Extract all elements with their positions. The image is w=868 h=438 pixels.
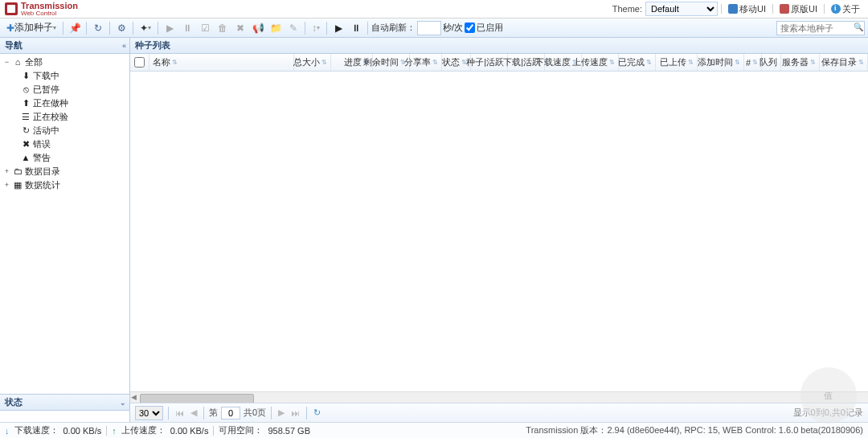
tree-item[interactable]: −⌂全部 [0, 55, 129, 69]
select-all-checkbox[interactable] [130, 54, 149, 71]
app-title: Transmission [21, 2, 78, 10]
grid-footer: 30 ⏮ ◀ 第 共0页 ▶ ⏭ ↻ 显示0到0,共0记录 [130, 403, 868, 422]
page-size-select[interactable]: 30 [135, 406, 163, 420]
column-header[interactable]: 已完成⇅ [619, 54, 656, 71]
tree-item[interactable]: +🗀数据目录 [0, 165, 129, 178]
grid-header-row: 名称⇅总大小⇅进度⇅剩余时间⇅分享率⇅状态⇅种子|活跃下载|活跃下载速度⇅上传速… [130, 54, 868, 72]
tree-item[interactable]: ⦸已暂停 [0, 83, 129, 96]
tree-item[interactable]: ☰正在校验 [0, 110, 129, 124]
download-speed: 0.00 KB/s [63, 426, 102, 436]
reannounce-icon[interactable]: 📢 [250, 20, 266, 36]
plugin-icon[interactable]: ✦▾ [137, 20, 154, 36]
magnet-icon[interactable]: 📌 [67, 20, 83, 36]
torrent-list-header: 种子列表 [130, 38, 868, 54]
original-ui-icon [780, 4, 789, 14]
enabled-checkbox[interactable]: 已启用 [465, 22, 503, 34]
refresh-interval-input[interactable] [417, 21, 441, 35]
auto-refresh-label: 自动刷新： [371, 22, 416, 34]
column-header[interactable]: 分享率⇅ [410, 54, 442, 71]
tree-item[interactable]: ⬆正在做种 [0, 96, 129, 110]
column-header[interactable]: 上传速度⇅ [582, 54, 619, 71]
column-header[interactable]: 名称⇅ [149, 54, 294, 71]
nav-panel-header: 导航« [0, 38, 129, 54]
sidebar: 导航« −⌂全部⬇下载中⦸已暂停⬆正在做种☰正在校验↻活动中✖错误▲警告+🗀数据… [0, 38, 130, 422]
refresh-unit: 秒/次 [443, 22, 463, 34]
refresh-icon[interactable]: ↻ [90, 20, 106, 36]
column-header[interactable]: 种子|活跃 [471, 54, 508, 71]
prev-page-icon[interactable]: ◀ [189, 407, 199, 418]
last-page-icon[interactable]: ⏭ [289, 408, 301, 418]
tree-item[interactable]: ↻活动中 [0, 124, 129, 137]
verify-icon[interactable]: ☑ [197, 20, 213, 36]
about-button[interactable]: 关于 [828, 3, 863, 15]
upload-icon: ↑ [112, 426, 117, 436]
status-bar: ↓ 下载速度： 0.00 KB/s ↑ 上传速度： 0.00 KB/s 可用空间… [0, 422, 868, 438]
app-subtitle: Web Control [21, 10, 78, 17]
mobile-ui-button[interactable]: 移动UI [725, 3, 769, 15]
theme-label: Theme: [612, 4, 642, 14]
column-header[interactable]: 保存目录⇅ [820, 54, 868, 71]
original-ui-button[interactable]: 原版UI [776, 3, 821, 15]
pause-all-icon[interactable]: ⏸ [348, 20, 364, 36]
tree-item[interactable]: ⬇下载中 [0, 69, 129, 83]
collapse-icon[interactable]: « [122, 42, 126, 50]
mobile-icon [728, 4, 738, 14]
trash-icon[interactable]: 🗑 [215, 20, 231, 36]
add-torrent-button[interactable]: ✚ 添加种子 ▾ [3, 20, 59, 36]
column-header[interactable]: 总大小⇅ [294, 54, 331, 71]
page-input[interactable] [221, 407, 240, 420]
tree-item[interactable]: ▲警告 [0, 151, 129, 165]
info-icon [831, 4, 841, 14]
app-logo: Transmission Web Control [5, 2, 78, 17]
tree-item[interactable]: +▦数据统计 [0, 178, 129, 192]
first-page-icon[interactable]: ⏮ [174, 408, 186, 418]
nav-tree: −⌂全部⬇下载中⦸已暂停⬆正在做种☰正在校验↻活动中✖错误▲警告+🗀数据目录+▦… [0, 54, 129, 394]
move-icon[interactable]: 📁 [268, 20, 284, 36]
next-page-icon[interactable]: ▶ [276, 407, 286, 418]
reload-icon[interactable]: ↻ [312, 407, 322, 418]
watermark: 值 [800, 367, 857, 424]
free-space: 958.57 GB [268, 426, 310, 436]
tree-item[interactable]: ✖错误 [0, 137, 129, 151]
pause-icon[interactable]: ⏸ [179, 20, 195, 36]
delete-data-icon[interactable]: ✖ [232, 20, 248, 36]
toolbar: ✚ 添加种子 ▾ 📌 ↻ ⚙ ✦▾ ▶ ⏸ ☑ 🗑 ✖ 📢 📁 ✎ ↕▾ ▶ ⏸… [0, 18, 868, 38]
queue-icon[interactable]: ↕▾ [309, 20, 323, 36]
version-info: Transmission 版本：2.94 (d8e60ee44f), RPC: … [526, 424, 863, 436]
start-icon[interactable]: ▶ [162, 20, 178, 36]
expand-icon[interactable]: ⌄ [120, 399, 126, 407]
column-header[interactable]: 队列 [762, 54, 781, 71]
horizontal-scrollbar[interactable] [130, 391, 868, 403]
rename-icon[interactable]: ✎ [285, 20, 301, 36]
download-icon: ↓ [5, 426, 10, 436]
start-all-icon[interactable]: ▶ [330, 20, 346, 36]
settings-icon[interactable]: ⚙ [113, 20, 129, 36]
grid-body [130, 72, 868, 391]
app-header: Transmission Web Control Theme: Default … [0, 0, 868, 18]
status-panel-header[interactable]: 状态⌄ [0, 395, 129, 411]
logo-icon [5, 2, 18, 15]
column-header[interactable]: 添加时间⇅ [698, 54, 744, 71]
column-header[interactable]: 已上传⇅ [656, 54, 698, 71]
upload-speed: 0.00 KB/s [170, 426, 209, 436]
search-input[interactable] [776, 21, 865, 35]
column-header[interactable]: 服务器⇅ [781, 54, 820, 71]
theme-select[interactable]: Default [645, 2, 718, 16]
